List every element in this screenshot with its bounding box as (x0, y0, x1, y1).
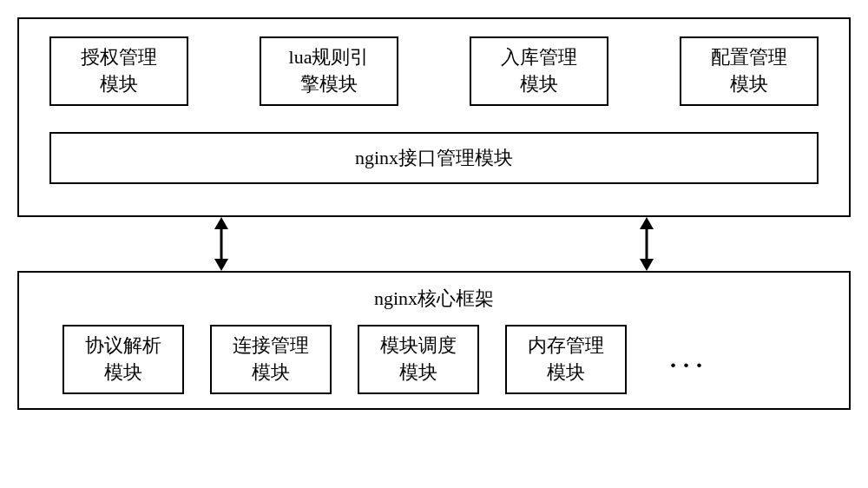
connection-management-module: 连接管理 模块 (210, 325, 332, 394)
protocol-parse-module: 协议解析 模块 (62, 325, 184, 394)
ellipsis-icon: ... (670, 346, 709, 373)
auth-label: 授权管理 模块 (81, 44, 157, 98)
svg-marker-2 (214, 259, 228, 271)
store-label: 入库管理 模块 (501, 44, 577, 98)
auth-management-module: 授权管理 模块 (49, 36, 188, 106)
connection-label: 连接管理 模块 (233, 333, 309, 386)
lua-label: lua规则引 擎模块 (289, 44, 370, 98)
storage-management-module: 入库管理 模块 (470, 36, 608, 106)
interface-label: nginx接口管理模块 (355, 145, 513, 171)
svg-marker-4 (640, 217, 654, 229)
protocol-label: 协议解析 模块 (85, 333, 161, 386)
ellipsis-label: ... (670, 346, 709, 373)
bottom-modules-row: 协议解析 模块 连接管理 模块 模块调度 模块 内存管理 模块 ... (45, 325, 823, 394)
nginx-core-framework-title: nginx核心框架 (45, 286, 823, 312)
bottom-frame: nginx核心框架 协议解析 模块 连接管理 模块 模块调度 模块 内存管理 模… (17, 271, 851, 410)
bottom-title-label: nginx核心框架 (374, 287, 494, 309)
svg-marker-1 (214, 217, 228, 229)
config-management-module: 配置管理 模块 (680, 36, 819, 106)
memory-label: 内存管理 模块 (528, 333, 604, 386)
memory-management-module: 内存管理 模块 (505, 325, 627, 394)
schedule-label: 模块调度 模块 (380, 333, 457, 386)
top-frame: 授权管理 模块 lua规则引 擎模块 入库管理 模块 配置管理 模块 nginx… (17, 17, 851, 217)
module-schedule-module: 模块调度 模块 (358, 325, 479, 394)
arrows-container (17, 217, 851, 271)
config-label: 配置管理 模块 (711, 44, 787, 98)
nginx-interface-module: nginx接口管理模块 (49, 132, 819, 184)
lua-rule-engine-module: lua规则引 擎模块 (260, 36, 398, 106)
bidirectional-arrow-left (208, 217, 234, 271)
bidirectional-arrow-right (634, 217, 660, 271)
svg-marker-5 (640, 259, 654, 271)
top-modules-row: 授权管理 模块 lua规则引 擎模块 入库管理 模块 配置管理 模块 (45, 36, 823, 106)
